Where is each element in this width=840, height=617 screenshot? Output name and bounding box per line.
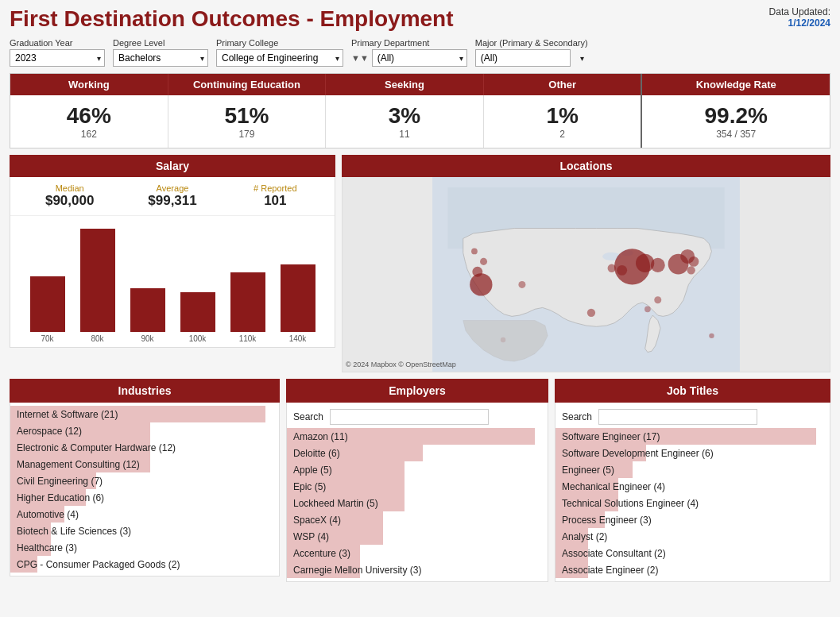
list-item[interactable]: SpaceX (4) [287, 511, 548, 528]
list-item[interactable]: Healthcare (3) [10, 539, 279, 556]
svg-point-20 [709, 334, 714, 338]
knowledge-rate-header: Knowledge Rate [642, 74, 830, 95]
svg-point-19 [518, 281, 525, 288]
major-select[interactable]: (All) [475, 49, 571, 67]
bar-100k-label: 100k [189, 334, 207, 343]
list-item[interactable]: Automotive (4) [10, 506, 279, 523]
list-item-text: Internet & Software (21) [17, 409, 118, 420]
bar-70k: 70k [30, 276, 65, 343]
continuing-stat: 51% 179 [168, 95, 327, 148]
list-item[interactable]: Higher Education (6) [10, 489, 279, 506]
employers-header: Employers [286, 379, 548, 403]
primary-college-select[interactable]: College of Engineering [216, 49, 343, 67]
bar-80k: 80k [80, 229, 115, 343]
filters-bar: Graduation Year 2023 Degree Level Bachel… [0, 35, 840, 73]
list-item[interactable]: WSP (4) [287, 528, 548, 545]
list-item[interactable]: Biotech & Life Sciences (3) [10, 523, 279, 539]
list-item[interactable]: Lockheed Martin (5) [287, 495, 548, 511]
primary-department-filter-group: Primary Department ▼▼ (All) [351, 38, 467, 67]
list-item[interactable]: Epic (5) [287, 478, 548, 495]
list-item[interactable]: Amazon (11) [287, 428, 548, 445]
list-item[interactable]: Analyst (2) [555, 528, 830, 545]
data-updated-label: Data Updated: [769, 6, 830, 17]
list-item[interactable]: Civil Engineering (7) [10, 472, 279, 489]
list-item[interactable]: Software Engineer (17) [555, 428, 830, 445]
list-item-text: Mechanical Engineer (4) [562, 481, 665, 492]
industries-header: Industries [10, 379, 280, 403]
primary-college-label: Primary College [216, 38, 343, 48]
jobtitles-search-input[interactable] [598, 409, 757, 425]
graduation-year-select[interactable]: 2023 [10, 49, 105, 67]
working-pct: 46% [14, 103, 165, 129]
list-item-text: Carnegie Mellon University (3) [293, 565, 421, 576]
list-item-text: Civil Engineering (7) [17, 476, 103, 487]
list-item[interactable]: Technical Solutions Engineer (4) [555, 495, 830, 511]
list-item-text: SpaceX (4) [293, 515, 341, 526]
bar-110k: 110k [230, 272, 265, 343]
jobtitles-search-label: Search [562, 411, 592, 422]
seeking-stat: 3% 11 [326, 95, 484, 148]
list-item-text: Lockheed Martin (5) [293, 498, 378, 509]
main-content: Salary Median $90,000 Average $99,311 # … [10, 155, 830, 372]
list-item[interactable]: CPG - Consumer Packaged Goods (2) [10, 556, 279, 573]
map-svg [343, 177, 830, 372]
jobtitles-search-row: Search [555, 406, 830, 428]
locations-header: Locations [342, 155, 830, 177]
bar-90k: 90k [130, 288, 165, 343]
jobtitles-panel: Job Titles Search Software Engineer (17)… [555, 379, 830, 582]
list-item-text: Process Engineer (3) [562, 515, 652, 526]
list-item[interactable]: Associate Consultant (2) [555, 545, 830, 561]
map-copyright: © 2024 Mapbox © OpenStreetMap [346, 361, 456, 368]
employers-body: Search Amazon (11)Deloitte (6)Apple (5)E… [286, 403, 548, 582]
list-item[interactable]: Engineer (5) [555, 461, 830, 478]
graduation-year-filter: Graduation Year 2023 [10, 38, 105, 67]
major-select-wrapper[interactable]: (All) [475, 49, 588, 67]
list-item[interactable]: Internet & Software (21) [10, 406, 279, 422]
svg-point-6 [471, 249, 478, 255]
list-item[interactable]: Accenture (3) [287, 545, 548, 561]
list-item[interactable]: Software Development Engineer (6) [555, 445, 830, 461]
knowledge-rate-stat: 99.2% 354 / 357 [642, 95, 830, 148]
data-updated: Data Updated: 1/12/2024 [769, 6, 830, 29]
employers-search-input[interactable] [330, 409, 489, 425]
average-value: $99,311 [121, 193, 223, 209]
stats-headers: Working Continuing Education Seeking Oth… [10, 74, 830, 95]
primary-department-select-wrapper[interactable]: (All) [372, 49, 467, 67]
list-item[interactable]: Associate Engineer (2) [555, 561, 830, 578]
graduation-year-select-wrapper[interactable]: 2023 [10, 49, 105, 67]
list-item[interactable]: Aerospace (12) [10, 422, 279, 439]
list-item[interactable]: Process Engineer (3) [555, 511, 830, 528]
svg-point-5 [480, 258, 487, 265]
bar-140k: 140k [281, 264, 315, 343]
salary-chart: 70k 80k 90k 100k 110k [10, 216, 335, 347]
employers-list: Amazon (11)Deloitte (6)Apple (5)Epic (5)… [287, 428, 548, 578]
list-item[interactable]: Management Consulting (12) [10, 456, 279, 472]
primary-college-filter: Primary College College of Engineering [216, 38, 343, 67]
knowledge-rate-detail: 354 / 357 [645, 129, 826, 140]
seeking-count: 11 [329, 129, 480, 140]
list-item[interactable]: Electronic & Computer Hardware (12) [10, 439, 279, 456]
list-item-text: Associate Consultant (2) [562, 548, 666, 559]
svg-point-11 [617, 265, 627, 276]
bar-70k-rect [30, 276, 65, 332]
other-pct: 1% [487, 103, 638, 129]
degree-level-select-wrapper[interactable]: Bachelors [113, 49, 208, 67]
bar-80k-rect [80, 229, 115, 332]
svg-point-7 [587, 309, 595, 317]
list-item[interactable]: Deloitte (6) [287, 445, 548, 461]
seeking-header: Seeking [326, 74, 484, 95]
primary-department-select[interactable]: (All) [372, 49, 467, 67]
bar-70k-label: 70k [41, 334, 53, 343]
list-item[interactable]: Carnegie Mellon University (3) [287, 561, 548, 578]
salary-header: Salary [10, 155, 335, 177]
svg-point-12 [608, 264, 616, 272]
list-item[interactable]: Apple (5) [287, 461, 548, 478]
degree-level-select[interactable]: Bachelors [113, 49, 208, 67]
list-item[interactable]: Mechanical Engineer (4) [555, 478, 830, 495]
list-item-text: CPG - Consumer Packaged Goods (2) [17, 559, 180, 570]
data-updated-date: 1/12/2024 [769, 17, 830, 29]
median-value: $90,000 [18, 193, 121, 209]
bar-140k-label: 140k [289, 334, 307, 343]
list-item-text: Electronic & Computer Hardware (12) [17, 442, 176, 453]
primary-college-select-wrapper[interactable]: College of Engineering [216, 49, 343, 67]
